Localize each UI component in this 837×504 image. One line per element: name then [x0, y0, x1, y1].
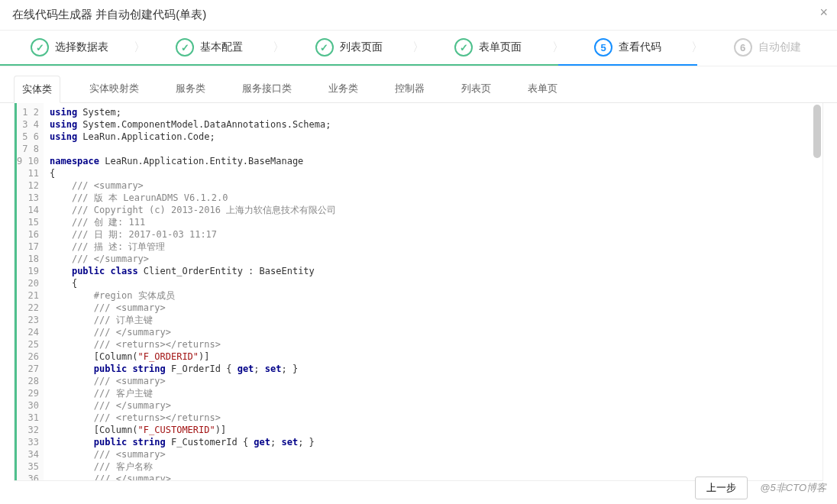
check-icon: ✓: [315, 38, 334, 57]
step-label: 表单页面: [479, 40, 522, 54]
tab-6[interactable]: 列表页: [454, 76, 499, 102]
code-tabs: 实体类实体映射类服务类服务接口类业务类控制器列表页表单页: [0, 66, 837, 103]
tab-4[interactable]: 业务类: [321, 76, 366, 102]
dialog-header: 在线代码生成器 并自动创建代码(单表) ×: [0, 0, 837, 30]
wizard-step-2[interactable]: ✓基本配置〉: [140, 31, 280, 66]
check-icon: ✓: [454, 38, 473, 57]
wizard-step-1[interactable]: ✓选择数据表〉: [0, 31, 140, 66]
step-number-icon: 6: [734, 38, 752, 57]
wizard-step-5[interactable]: 5查看代码〉: [558, 31, 698, 66]
chevron-right-icon: 〉: [411, 31, 426, 64]
prev-button[interactable]: 上一步: [695, 477, 748, 499]
chevron-right-icon: 〉: [132, 31, 147, 64]
wizard-step-6[interactable]: 6自动创建: [697, 31, 837, 66]
dialog-title: 在线代码生成器 并自动创建代码(单表): [12, 8, 206, 21]
close-icon[interactable]: ×: [819, 5, 828, 21]
chevron-right-icon: 〉: [271, 31, 286, 64]
tab-7[interactable]: 表单页: [520, 76, 565, 102]
check-icon: ✓: [31, 38, 49, 57]
tab-5[interactable]: 控制器: [387, 76, 432, 102]
step-label: 选择数据表: [55, 40, 108, 54]
tab-1[interactable]: 实体映射类: [82, 76, 147, 102]
code-content: using System; using System.ComponentMode…: [44, 103, 822, 480]
step-label: 查看代码: [619, 40, 661, 54]
step-label: 自动创建: [758, 40, 801, 54]
wizard-steps: ✓选择数据表〉✓基本配置〉✓列表页面〉✓表单页面〉5查看代码〉6自动创建: [0, 30, 837, 66]
watermark-text: @5非CTO博客: [760, 481, 826, 495]
dialog-footer: 上一步 @5非CTO博客: [695, 477, 826, 499]
chevron-right-icon: 〉: [690, 31, 705, 64]
wizard-step-4[interactable]: ✓表单页面〉: [419, 31, 558, 66]
step-label: 列表页面: [340, 40, 383, 54]
scrollbar-vertical[interactable]: [813, 105, 821, 158]
check-icon: ✓: [176, 38, 194, 57]
step-label: 基本配置: [200, 40, 243, 54]
tab-3[interactable]: 服务接口类: [234, 76, 299, 102]
step-number-icon: 5: [594, 38, 612, 57]
line-gutter: 1 2 3 4 5 6 7 8 9 10 11 12 13 14 15 16 1…: [15, 103, 44, 480]
code-editor: 1 2 3 4 5 6 7 8 9 10 11 12 13 14 15 16 1…: [14, 103, 823, 481]
tab-0[interactable]: 实体类: [14, 76, 60, 103]
chevron-right-icon: 〉: [551, 31, 566, 64]
wizard-step-3[interactable]: ✓列表页面〉: [279, 31, 419, 66]
tab-2[interactable]: 服务类: [168, 76, 213, 102]
